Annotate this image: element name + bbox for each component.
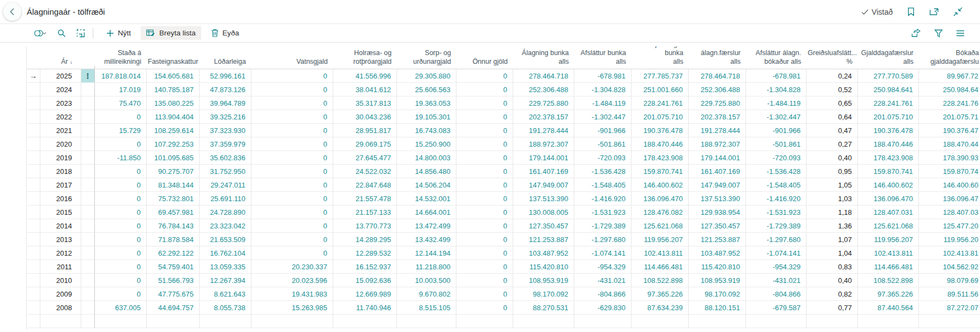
table-cell[interactable]: 23.323.042 [200, 219, 251, 233]
table-cell[interactable]: 0,95 [807, 165, 858, 178]
table-cell[interactable]: 108.259.614 [147, 124, 200, 137]
table-cell[interactable]: 136.096.470 [858, 192, 919, 206]
table-cell[interactable]: -1.304.828 [574, 83, 632, 96]
row-menu-cell[interactable]: ⋮ [81, 69, 95, 83]
table-cell[interactable]: 8.055.738 [200, 301, 251, 315]
table-cell[interactable]: 161.407.169 [513, 165, 574, 178]
table-cell[interactable]: 21.557.478 [333, 192, 397, 206]
table-cell[interactable]: 0 [456, 137, 513, 151]
table-cell[interactable]: 52.996.161 [200, 69, 251, 83]
table-cell[interactable]: -1.074.141 [574, 246, 632, 260]
table-cell[interactable]: -1.536.428 [574, 165, 632, 178]
row-selector-cell[interactable] [27, 137, 40, 151]
column-header[interactable]: Önnur gjöld [456, 57, 513, 69]
row-selector-cell[interactable] [27, 274, 40, 287]
table-cell[interactable]: 41.556.996 [333, 69, 397, 83]
table-cell[interactable]: 119.956.207 [632, 233, 689, 246]
table-cell[interactable]: 277.785.737 [632, 69, 689, 83]
table-cell[interactable]: 113.904.404 [147, 110, 200, 124]
row-menu-cell[interactable] [81, 206, 95, 219]
table-cell[interactable]: 278.464.718 [689, 69, 746, 83]
cell-year[interactable]: 2012 [40, 246, 81, 260]
table-cell[interactable]: 0 [95, 137, 147, 151]
row-selector-cell[interactable] [27, 151, 40, 165]
table-cell[interactable]: 187.818.014 [95, 69, 147, 83]
table-cell[interactable]: 179.144.001 [689, 151, 746, 165]
row-menu-cell[interactable] [81, 260, 95, 274]
table-cell[interactable]: -901.966 [746, 124, 807, 137]
table-cell[interactable]: 135.080.225 [147, 96, 200, 110]
row-menu-cell[interactable] [81, 246, 95, 260]
table-cell[interactable]: 47.775.675 [147, 287, 200, 301]
table-cell[interactable]: 89.511.56 [919, 287, 980, 301]
table-cell[interactable] [632, 315, 689, 328]
table-cell[interactable]: 0 [456, 233, 513, 246]
row-selector-cell[interactable] [27, 206, 40, 219]
table-cell[interactable]: 229.725.880 [689, 96, 746, 110]
table-cell[interactable]: 8.621.643 [200, 287, 251, 301]
table-cell[interactable]: 0 [456, 219, 513, 233]
column-header[interactable]: Álagning bunka alls [513, 49, 574, 69]
table-cell[interactable] [689, 315, 746, 328]
column-header[interactable]: Afsláttur álagn. bókaður alls [746, 49, 807, 69]
row-menu-cell[interactable] [81, 165, 95, 178]
table-cell[interactable]: -678.981 [746, 69, 807, 83]
table-cell[interactable]: 0 [456, 192, 513, 206]
table-cell[interactable]: -431.021 [574, 274, 632, 287]
table-cell[interactable] [807, 315, 858, 328]
table-cell[interactable]: 97.365.226 [858, 287, 919, 301]
table-cell[interactable]: 1,04 [807, 246, 858, 260]
table-cell[interactable]: 121.253.887 [689, 233, 746, 246]
page-views-icon[interactable] [34, 29, 47, 38]
table-cell[interactable]: 161.407.169 [689, 165, 746, 178]
table-cell[interactable]: 188.470.446 [632, 137, 689, 151]
table-cell[interactable]: 87.272.07 [919, 301, 980, 315]
table-cell[interactable]: 0 [456, 165, 513, 178]
table-cell[interactable]: 125.477.20 [919, 219, 980, 233]
table-cell[interactable]: 0,47 [807, 124, 858, 137]
table-cell[interactable]: -901.966 [574, 124, 632, 137]
table-cell[interactable]: 108.953.919 [689, 274, 746, 287]
table-cell[interactable]: 69.457.981 [147, 206, 200, 219]
table-cell[interactable]: 0,27 [807, 137, 858, 151]
column-header[interactable]: Afsláttur bunka alls [574, 49, 632, 69]
row-selector-cell[interactable] [27, 192, 40, 206]
table-cell[interactable] [95, 315, 147, 328]
table-cell[interactable]: -1.416.920 [574, 192, 632, 206]
table-cell[interactable]: 14.532.001 [397, 192, 456, 206]
table-cell[interactable]: 14.506.204 [397, 178, 456, 192]
table-cell[interactable]: 19.363.053 [397, 96, 456, 110]
table-cell[interactable]: 16.743.083 [397, 124, 456, 137]
table-cell[interactable]: 115.420.810 [513, 260, 574, 274]
table-cell[interactable]: 98.079.69 [919, 274, 980, 287]
table-cell[interactable]: 0 [251, 178, 333, 192]
row-menu-cell[interactable] [81, 151, 95, 165]
table-cell[interactable]: -1.484.119 [746, 96, 807, 110]
table-cell[interactable]: 12.669.989 [333, 287, 397, 301]
cell-year[interactable]: 2009 [40, 287, 81, 301]
table-cell[interactable]: 1,07 [807, 233, 858, 246]
table-cell[interactable]: -1.531.923 [574, 206, 632, 219]
table-cell[interactable]: -1.302.447 [746, 110, 807, 124]
column-header[interactable]: Lóðarleiga [200, 57, 251, 69]
cell-year[interactable]: 2025 [40, 69, 81, 83]
table-cell[interactable]: 13.432.499 [397, 233, 456, 246]
table-cell[interactable]: 11.740.946 [333, 301, 397, 315]
table-cell[interactable]: 76.784.143 [147, 219, 200, 233]
table-cell[interactable]: 14.289.295 [333, 233, 397, 246]
table-cell[interactable] [456, 315, 513, 328]
column-header-year[interactable]: Ár ↓ [40, 57, 81, 69]
table-cell[interactable]: 0 [456, 178, 513, 192]
table-cell[interactable]: 278.464.718 [513, 69, 574, 83]
row-menu-cell[interactable] [81, 96, 95, 110]
table-cell[interactable]: 12.267.394 [200, 274, 251, 287]
column-header[interactable]: Sorp- og urðunargjald [397, 49, 456, 69]
table-cell[interactable]: 51.566.793 [147, 274, 200, 287]
table-cell[interactable]: 88.270.531 [513, 301, 574, 315]
table-cell[interactable]: 136.096.47 [919, 192, 980, 206]
table-cell[interactable]: 129.938.954 [689, 206, 746, 219]
table-cell[interactable] [746, 315, 807, 328]
table-cell[interactable]: -954.329 [746, 260, 807, 274]
table-cell[interactable]: -501.861 [574, 137, 632, 151]
table-cell[interactable]: 115.420.810 [689, 260, 746, 274]
